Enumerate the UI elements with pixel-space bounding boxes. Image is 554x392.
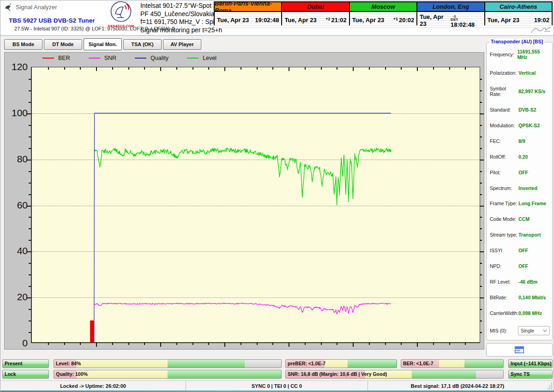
tab-bs-mode[interactable]: BS Mode xyxy=(4,39,42,50)
status-bar: Locked -> Uptime: 26:02:00 SYNC 0 | TEI … xyxy=(0,380,554,391)
mode-tabs: BS ModeDT ModeSignal Mon.TSA (OK)AV Play… xyxy=(4,39,201,50)
tab-tsa-ok-[interactable]: TSA (OK) xyxy=(123,39,162,50)
clock-moscow: MoscowTue, Apr 23+120:02 xyxy=(350,2,416,28)
transponder-row: Spectrum:Inverted xyxy=(490,185,550,191)
target-info-line: PF 450_Lučenec/Slovakia xyxy=(140,10,217,18)
titlebar: Signal Analyzer xyxy=(4,3,57,11)
y-axis-tick xyxy=(29,125,31,126)
x-axis-tick-top xyxy=(160,67,161,71)
syncts-indicator: Sync TS xyxy=(508,370,553,379)
quality-gauge: Quality: 100% xyxy=(54,370,282,379)
transponder-value: 0.20 xyxy=(518,154,528,160)
transponder-label: Symbol Rate: xyxy=(490,86,518,97)
mis-select[interactable]: Single xyxy=(518,326,550,335)
clock-dubai: DubaiTue, Apr 23+221:02 xyxy=(282,2,349,28)
legend-label: SNR xyxy=(104,55,116,61)
y-axis-tick xyxy=(480,183,482,184)
transponder-row: ISSYIOFF xyxy=(490,248,550,253)
tab-dt-mode[interactable]: DT Mode xyxy=(44,39,82,50)
x-axis-tick-top xyxy=(208,67,209,70)
gridline xyxy=(32,297,480,298)
transponder-row: BitRate:0,140 Mbit/s xyxy=(490,295,550,300)
ber-gauge: BER: <1.0E-7 xyxy=(401,359,504,368)
bar-label: Level: 84% xyxy=(56,360,81,368)
x-axis-tick-top xyxy=(353,67,354,71)
x-axis-tick-top xyxy=(401,67,402,70)
x-axis-tick xyxy=(449,342,450,345)
bar-label: Sync TS xyxy=(511,370,530,378)
x-axis-tick xyxy=(80,342,81,345)
y-axis-tick xyxy=(480,90,482,91)
y-axis-tick xyxy=(27,160,31,160)
tab-av-player[interactable]: AV Player xyxy=(163,39,201,50)
snr-gauge: SNR: 16,8 dB (Margin: 10,6 dB | Very Goo… xyxy=(285,370,504,379)
clock-time: +221:02 xyxy=(325,17,347,24)
legend-label: Quality xyxy=(151,55,169,61)
dxsatcs-logo: DXSATCS.COM xyxy=(106,1,136,28)
log-icon xyxy=(515,346,524,353)
clock-date: Tue, Apr 23 xyxy=(284,17,316,24)
y-axis-tick xyxy=(27,113,31,114)
transponder-label: NPD: xyxy=(490,263,518,269)
gridline xyxy=(32,113,480,114)
y-axis-tick xyxy=(480,286,482,287)
x-axis-tick-top xyxy=(257,67,258,70)
x-axis-tick xyxy=(112,342,113,345)
transponder-row: NPD:OFF xyxy=(490,263,550,269)
clock-time: 19:02:48 xyxy=(255,17,279,24)
gauge-segment xyxy=(464,360,503,368)
clock-time-display: Tue, Apr 23+221:02 xyxy=(282,12,349,28)
y-axis-tick xyxy=(27,251,31,252)
transponder-value: DVB-S2 xyxy=(518,107,536,113)
y-tick-label: 100 xyxy=(6,107,28,119)
x-axis-tick xyxy=(321,342,322,345)
x-axis-tick xyxy=(96,342,97,347)
x-axis-tick xyxy=(433,342,434,345)
y-tick-label: 80 xyxy=(6,154,28,165)
status-counters: SYNC 0 | TEI 0 | CC 0 xyxy=(186,381,368,391)
y-axis-tick xyxy=(480,263,482,264)
y-tick-label: 0 xyxy=(6,338,28,349)
tab-signal-mon-[interactable]: Signal Mon. xyxy=(84,38,122,50)
x-axis-tick-top xyxy=(417,67,418,71)
x-axis-tick xyxy=(257,342,258,345)
x-axis-tick xyxy=(272,342,273,345)
gauge-segment xyxy=(412,370,476,378)
stream-log-button[interactable] xyxy=(486,343,553,356)
x-axis-tick xyxy=(353,342,354,347)
y-axis-tick xyxy=(29,274,31,275)
x-axis-tick-top xyxy=(224,67,225,71)
x-axis-tick xyxy=(160,342,161,347)
transponder-value: OFF xyxy=(518,248,528,253)
x-axis-tick-top xyxy=(241,67,241,70)
y-axis-tick xyxy=(480,206,484,207)
transponder-label: CarrierWidth: xyxy=(490,310,518,316)
x-axis-tick xyxy=(64,342,65,345)
y-axis-tick xyxy=(480,321,482,321)
clock-city-label: Dubai xyxy=(282,2,349,12)
y-axis-tick xyxy=(480,125,482,126)
x-axis-tick-top xyxy=(369,67,370,70)
y-axis-tick xyxy=(480,332,482,333)
satellite-dish-icon xyxy=(109,1,132,22)
y-axis-tick xyxy=(480,171,482,172)
x-axis-tick-top xyxy=(272,67,273,70)
x-axis-tick xyxy=(193,342,193,345)
transponder-row: CarrierWidth:0,098 MHz xyxy=(490,310,550,316)
legend-label: BER xyxy=(58,55,70,61)
x-axis-tick-top xyxy=(128,67,129,70)
x-axis-tick-top xyxy=(305,67,306,70)
transponder-label: ISSYI xyxy=(490,248,518,253)
mis-label: MIS (0): xyxy=(490,328,518,333)
x-axis-tick xyxy=(369,342,370,345)
y-axis-tick xyxy=(29,194,31,195)
dst-offset-label: -1DST xyxy=(451,15,458,21)
bar-label: SNR: 16,8 dB (Margin: 10,6 dB | Very Goo… xyxy=(288,370,387,378)
clock-time-display: Tue, Apr 23+120:02 xyxy=(350,12,416,28)
transponder-label: RollOff: xyxy=(490,154,518,160)
y-axis-tick xyxy=(480,148,482,149)
bar-label: preBER: <1.0E-7 xyxy=(288,360,325,368)
transponder-label: Spectrum: xyxy=(490,185,518,191)
transponder-row: Polarization:Vertical xyxy=(490,70,550,76)
y-axis-tick xyxy=(480,274,482,275)
